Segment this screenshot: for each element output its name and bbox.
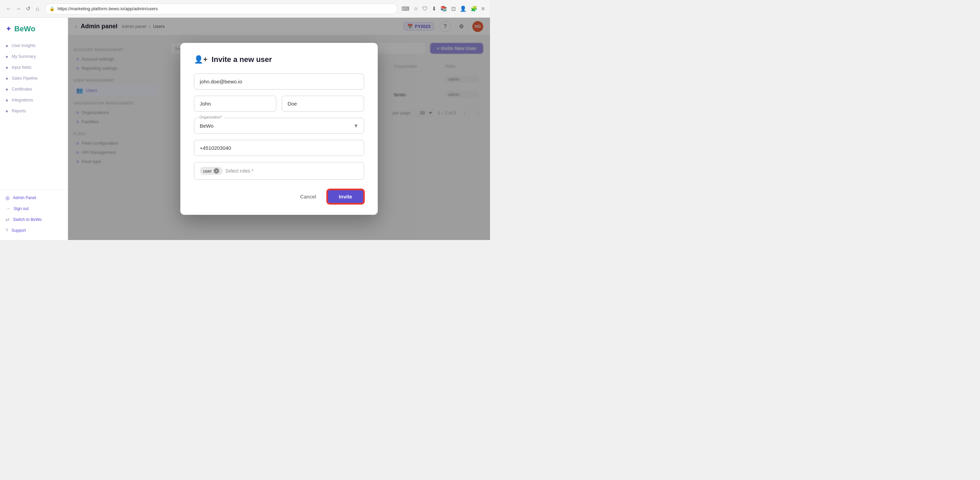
user-role-tag: user × (200, 167, 223, 175)
org-select-label: Organization* (198, 115, 224, 119)
roles-placeholder: Select roles * (225, 168, 253, 174)
remove-role-button[interactable]: × (214, 168, 219, 174)
back-button[interactable]: ← (5, 5, 12, 12)
browser-chrome: ← → ↺ ⌂ 🔒 https://marketing.platform.bew… (0, 0, 490, 18)
sidebar-item-label: Certificates (11, 87, 32, 92)
sidebar-item-user-insights[interactable]: ● User Insights (0, 40, 68, 51)
sidebar-item-label: Support (11, 228, 26, 233)
last-name-field[interactable] (282, 96, 364, 112)
sidebar-item-support[interactable]: ? Support (0, 225, 68, 236)
sidebar-item-integrations[interactable]: ● Integrations (0, 95, 68, 105)
star-icon[interactable]: ☆ (414, 5, 418, 12)
dot-icon: ● (5, 65, 8, 70)
sidebar-item-label: Sales Pipeline (11, 76, 37, 81)
url-text: https://marketing.platform.bewo.io/app/a… (57, 6, 158, 11)
sidebar-item-certificates[interactable]: ● Certificates (0, 84, 68, 95)
phone-field[interactable] (194, 140, 364, 156)
switch-icon: ⇄ (5, 217, 10, 222)
sidebar-item-reports[interactable]: ● Reports (0, 105, 68, 116)
role-tag-text: user (203, 169, 212, 174)
dot-icon: ● (5, 54, 8, 59)
download-icon[interactable]: ⬇ (432, 5, 436, 12)
org-select[interactable]: BeWo Other (194, 118, 364, 134)
invite-submit-button[interactable]: Invite (327, 189, 364, 204)
admin-icon: ◎ (5, 195, 10, 201)
modal-title: 👤+ Invite a new user (194, 55, 364, 64)
sidebar-item-label: User Insights (11, 43, 35, 48)
dot-icon: ● (5, 43, 8, 48)
address-bar[interactable]: 🔒 https://marketing.platform.bewo.io/app… (45, 3, 398, 14)
first-name-field[interactable] (194, 96, 276, 112)
browser-actions: ⌨ ☆ 🛡 ⬇ 📚 ⊡ 👤 🧩 ≡ (401, 5, 485, 12)
sidebar-item-switch[interactable]: ⇄ Switch to BeWo (0, 214, 68, 225)
sidebar-item-label: Admin Panel (13, 195, 36, 200)
profile-icon[interactable]: 👤 (460, 5, 466, 12)
modal-title-text: Invite a new user (212, 55, 272, 64)
main-content: ‹ Admin panel Admin panel › Users 📅 FY20… (68, 18, 490, 240)
sidebar-item-label: Sign out (14, 206, 29, 211)
sidebar-item-input-fields[interactable]: ● Input fields (0, 62, 68, 73)
app: ✦ BeWo ● User Insights ● My Summary ● In… (0, 18, 490, 240)
lock-icon: 🔒 (49, 6, 55, 11)
sidebar-item-label: My Summary (11, 54, 36, 59)
dot-icon: ● (5, 86, 8, 92)
modal-overlay[interactable]: 👤+ Invite a new user Organization* BeWo … (68, 18, 490, 240)
name-row (194, 96, 364, 112)
email-field[interactable] (194, 73, 364, 89)
bookmarks-icon[interactable]: 📚 (440, 5, 447, 12)
logo-icon: ✦ (5, 24, 11, 33)
browser-nav: ← → ↺ ⌂ (5, 5, 41, 12)
dot-icon: ● (5, 76, 8, 81)
sidebar-item-label: Switch to BeWo (13, 217, 41, 222)
forward-button[interactable]: → (15, 5, 22, 12)
sidebar-item-admin-panel[interactable]: ◎ Admin Panel (0, 192, 68, 203)
tablet-icon[interactable]: ⊡ (451, 5, 456, 12)
logo-text: BeWo (14, 24, 35, 33)
sidebar-item-my-summary[interactable]: ● My Summary (0, 51, 68, 62)
sidebar-item-label: Input fields (11, 65, 31, 70)
home-button[interactable]: ⌂ (34, 5, 41, 12)
reload-button[interactable]: ↺ (24, 5, 31, 12)
roles-field[interactable]: user × Select roles * (194, 162, 364, 180)
org-select-wrapper: Organization* BeWo Other ▼ (194, 118, 364, 134)
modal-actions: Cancel Invite (194, 189, 364, 204)
sidebar-item-label: Integrations (11, 98, 33, 102)
dot-icon: ● (5, 108, 8, 114)
invite-modal: 👤+ Invite a new user Organization* BeWo … (180, 43, 378, 215)
sidebar-item-sales-pipeline[interactable]: ● Sales Pipeline (0, 73, 68, 84)
add-user-icon: 👤+ (194, 55, 208, 64)
sidebar: ✦ BeWo ● User Insights ● My Summary ● In… (0, 18, 68, 240)
sidebar-item-label: Reports (11, 108, 26, 113)
support-icon: ? (5, 228, 8, 233)
signout-icon: → (5, 206, 10, 211)
translate-icon[interactable]: ⌨ (401, 5, 409, 12)
extensions-icon[interactable]: 🧩 (471, 5, 477, 12)
shield-icon: 🛡 (422, 6, 428, 12)
cancel-button[interactable]: Cancel (295, 191, 321, 202)
dot-icon: ● (5, 97, 8, 103)
sidebar-item-sign-out[interactable]: → Sign out (0, 203, 68, 214)
sidebar-bottom: ◎ Admin Panel → Sign out ⇄ Switch to BeW… (0, 189, 68, 236)
sidebar-logo: ✦ BeWo (0, 22, 68, 40)
menu-icon[interactable]: ≡ (482, 6, 485, 12)
